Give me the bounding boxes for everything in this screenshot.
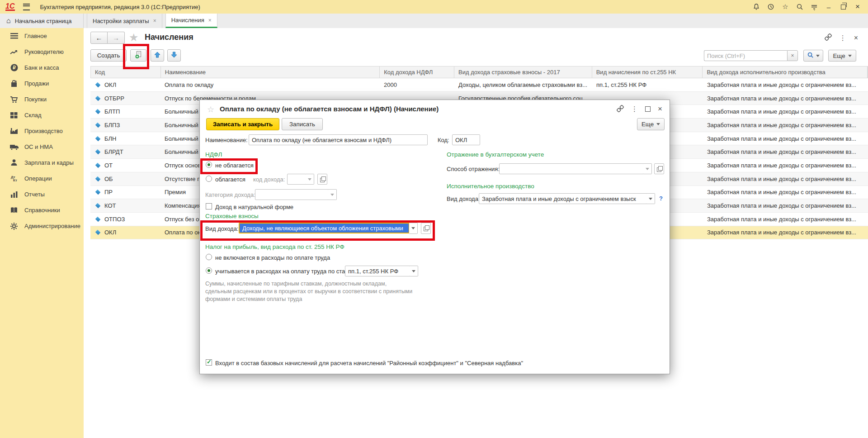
annotation-box-income-type-field — [200, 220, 435, 241]
move-down-button[interactable] — [167, 49, 181, 62]
sidebar-item-salary-hr[interactable]: Зарплата и кадры — [0, 155, 84, 171]
save-and-close-button[interactable]: Записать и закрыть — [206, 118, 279, 130]
favorite-star-icon[interactable]: ★ — [129, 31, 139, 44]
kebab-menu-icon[interactable]: ⋮ — [840, 34, 846, 42]
kebab-menu-icon[interactable]: ⋮ — [631, 105, 638, 113]
column-header[interactable]: Вид дохода страховые взносы - 2017 — [454, 67, 592, 78]
row-cell: Заработная плата и иные доходы с огранич… — [703, 105, 868, 118]
row-code: ОТ — [104, 162, 113, 169]
base-accruals-checkbox[interactable] — [206, 359, 212, 366]
all-functions-icon[interactable] — [810, 3, 818, 11]
tab-close-icon[interactable]: × — [208, 17, 212, 24]
reflection-method-open-icon[interactable] — [654, 163, 664, 174]
row-cell: Заработная плата и иные доходы с огранич… — [703, 119, 868, 132]
search-input[interactable] — [704, 50, 787, 61]
get-link-icon[interactable] — [825, 33, 832, 42]
create-button[interactable]: Создать — [90, 49, 127, 62]
help-link[interactable]: ? — [659, 195, 663, 202]
natural-form-checkbox[interactable] — [206, 203, 212, 209]
tab-accruals[interactable]: Начисления × — [165, 14, 217, 28]
column-header[interactable]: Код дохода НДФЛ — [380, 67, 454, 78]
column-header[interactable]: Вид начисления по ст.255 НК — [592, 67, 703, 78]
row-cell: Заработная плата и иные доходы с огранич… — [703, 213, 868, 226]
tab-bar: ⌂ Начальная страница Настройки зарплаты … — [0, 14, 868, 29]
history-icon[interactable] — [767, 3, 775, 11]
not-included-label[interactable]: не включается в расходы по оплате труда — [215, 254, 330, 261]
income-code-open-icon[interactable] — [317, 174, 327, 185]
maximize-icon[interactable] — [645, 106, 651, 112]
income-category-dropdown[interactable] — [328, 189, 337, 200]
more-button[interactable]: Еще — [637, 118, 665, 130]
minimize-icon[interactable]: – — [825, 3, 833, 11]
income-code-input[interactable] — [287, 174, 306, 185]
natural-form-label[interactable]: Доход в натуральной форме — [215, 204, 293, 210]
item-diamond-icon — [95, 109, 101, 114]
sidebar-item-reports[interactable]: Отчеты — [0, 186, 84, 202]
article-dropdown[interactable] — [410, 266, 418, 276]
notifications-bell-icon[interactable] — [752, 3, 760, 11]
save-button[interactable]: Записать — [282, 118, 323, 130]
column-header[interactable]: Наименование — [161, 67, 380, 78]
sidebar-item-production[interactable]: Производство — [0, 123, 84, 139]
close-list-icon[interactable]: × — [854, 34, 858, 42]
tab-close-icon[interactable]: × — [153, 18, 156, 24]
enforcement-income-type-input[interactable]: Заработная плата и иные доходы с огранич… — [479, 193, 647, 204]
income-code-dropdown[interactable] — [306, 174, 314, 185]
reflection-method-dropdown[interactable] — [643, 163, 652, 174]
item-diamond-icon — [95, 95, 101, 101]
row-code: БЛТП — [104, 108, 120, 115]
sidebar-item-os-nma[interactable]: ОС и НМА — [0, 139, 84, 155]
window-titlebar: 1С Бухгалтерия предприятия, редакция 3.0… — [0, 0, 868, 14]
favorites-star-icon[interactable]: ☆ — [781, 3, 789, 11]
1c-logo: 1С — [5, 3, 15, 11]
forward-button[interactable]: → — [108, 32, 125, 44]
included-label[interactable]: учитывается в расходах на оплату труда п… — [215, 268, 356, 275]
dialog-title: Оплата по окладу (не облагается взносам … — [220, 105, 439, 113]
sidebar-item-main[interactable]: Главное — [0, 28, 84, 44]
move-up-button[interactable] — [151, 49, 164, 62]
tab-payroll-settings[interactable]: Настройки зарплаты × — [87, 14, 162, 28]
search-clear-button[interactable]: × — [787, 50, 798, 61]
sidebar-item-sales[interactable]: Продажи — [0, 76, 84, 91]
sidebar-item-operations[interactable]: ДтКт Операции — [0, 171, 84, 186]
income-category-input[interactable] — [255, 189, 329, 200]
sales-bag-icon — [9, 80, 19, 88]
search-icon[interactable] — [796, 3, 804, 11]
sidebar-item-administration[interactable]: Администрирование — [0, 218, 84, 234]
item-diamond-icon — [95, 230, 101, 235]
row-code: КОТ — [104, 202, 116, 209]
reflection-method-input[interactable] — [499, 163, 644, 174]
sidebar-item-warehouse[interactable]: Склад — [0, 107, 84, 123]
base-accruals-label[interactable]: Входит в состав базовых начислений для р… — [215, 360, 523, 367]
ndfl-taxed-label[interactable]: облагается — [215, 176, 245, 183]
main-menu-icon[interactable] — [23, 4, 30, 10]
column-header[interactable]: Вид дохода исполнительного производства — [703, 67, 868, 78]
article-input[interactable]: пп.1, ст.255 НК РФ — [345, 266, 410, 276]
not-included-radio[interactable] — [206, 254, 212, 260]
sidebar-item-directories[interactable]: Справочники — [0, 202, 84, 218]
insurance-section-header: Страховые взносы — [205, 213, 259, 219]
favorite-star-icon[interactable]: ☆ — [207, 105, 214, 114]
ndfl-taxed-radio[interactable] — [206, 176, 212, 182]
page-title: Начисления — [145, 33, 193, 42]
row-code: БЛН — [104, 135, 116, 142]
name-input[interactable]: Оплата по окладу (не облагается взносам … — [249, 134, 428, 145]
enforcement-income-type-dropdown[interactable] — [646, 193, 655, 204]
table-row[interactable]: ОКЛОплата по окладу2000Доходы, целиком о… — [90, 78, 868, 92]
back-button[interactable]: ← — [90, 32, 108, 44]
get-link-icon[interactable] — [617, 105, 624, 114]
restore-icon[interactable] — [839, 3, 847, 11]
close-dialog-icon[interactable]: × — [658, 105, 662, 114]
included-radio[interactable] — [206, 267, 212, 274]
code-input[interactable]: ОКЛ — [452, 134, 480, 145]
book-icon — [9, 206, 19, 214]
sidebar-item-manager[interactable]: Руководителю — [0, 44, 84, 60]
search-button[interactable] — [803, 50, 823, 62]
sidebar-item-purchases[interactable]: Покупки — [0, 91, 84, 107]
close-icon[interactable]: × — [854, 3, 862, 11]
tab-home[interactable]: ⌂ Начальная страница — [0, 14, 84, 28]
sidebar-item-bank-cash[interactable]: ₽ Банк и касса — [0, 60, 84, 76]
more-button[interactable]: Еще — [828, 50, 856, 62]
chevron-down-icon — [656, 123, 660, 125]
trend-chart-icon — [9, 48, 19, 56]
